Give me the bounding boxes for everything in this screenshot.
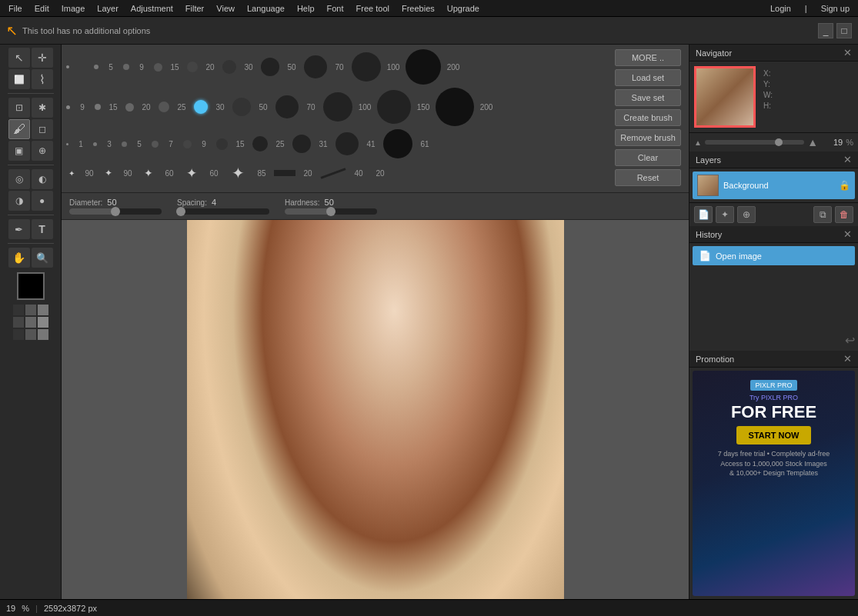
- move-tool[interactable]: ✛: [32, 48, 53, 68]
- history-close-button[interactable]: ✕: [843, 228, 852, 240]
- smudge-tool[interactable]: ◐: [32, 169, 53, 189]
- burn-tool[interactable]: ●: [32, 191, 53, 211]
- diameter-slider[interactable]: [69, 208, 162, 215]
- brush-dot[interactable]: [252, 136, 268, 152]
- eraser-tool[interactable]: ◻: [32, 119, 53, 139]
- color-swatch[interactable]: [25, 305, 36, 315]
- brush-dot[interactable]: [275, 95, 299, 118]
- menu-font[interactable]: Font: [322, 2, 349, 15]
- menu-image[interactable]: Image: [56, 2, 91, 15]
- crop-tool[interactable]: ⊡: [8, 98, 30, 118]
- star-brush-dot[interactable]: ✦: [140, 165, 157, 181]
- star-brush-dot[interactable]: ✦: [102, 166, 115, 180]
- brush-dot[interactable]: [152, 141, 159, 148]
- brush-dot[interactable]: [336, 132, 359, 155]
- spacing-slider[interactable]: [177, 208, 269, 215]
- brush-dot[interactable]: [94, 65, 98, 69]
- clone-tool[interactable]: ⊕: [32, 141, 53, 161]
- color-swatch[interactable]: [13, 317, 24, 328]
- brush-dot[interactable]: [123, 64, 129, 70]
- arrow-tool[interactable]: ↖: [8, 48, 30, 68]
- pen-tool[interactable]: ✒: [8, 219, 30, 239]
- brush-dot[interactable]: [436, 88, 474, 126]
- menu-filter[interactable]: Filter: [180, 2, 209, 15]
- menu-adjustment[interactable]: Adjustment: [125, 2, 179, 15]
- color-swatch[interactable]: [38, 305, 48, 315]
- add-adjustment-layer-button[interactable]: ✦: [716, 206, 734, 223]
- maximize-button[interactable]: □: [836, 23, 852, 38]
- color-swatch[interactable]: [38, 317, 48, 328]
- menu-edit[interactable]: Edit: [29, 2, 55, 15]
- login-button[interactable]: Login: [765, 2, 796, 15]
- text-tool[interactable]: T: [32, 219, 53, 239]
- color-swatch[interactable]: [25, 329, 36, 340]
- brush-dot[interactable]: [66, 143, 68, 145]
- star-brush-dot[interactable]: ✦: [226, 161, 249, 185]
- create-brush-button[interactable]: Create brush: [615, 109, 681, 126]
- remove-brush-button[interactable]: Remove brush: [615, 129, 681, 146]
- menu-upgrade[interactable]: Upgrade: [442, 2, 485, 15]
- line-brush-dot[interactable]: [321, 168, 346, 178]
- rect-select-tool[interactable]: ⬜: [8, 69, 30, 89]
- duplicate-layer-button[interactable]: ⧉: [813, 206, 832, 223]
- brush-dot[interactable]: [95, 104, 101, 110]
- load-set-button[interactable]: Load set: [615, 69, 681, 86]
- promotion-close-button[interactable]: ✕: [843, 353, 852, 365]
- star-brush-dot[interactable]: ✦: [66, 168, 77, 178]
- brush-tool[interactable]: 🖌: [8, 119, 30, 139]
- menu-file[interactable]: File: [3, 2, 28, 15]
- hand-tool[interactable]: ✋: [8, 248, 30, 268]
- star-brush-dot[interactable]: ✦: [182, 163, 202, 183]
- minimize-button[interactable]: _: [818, 23, 833, 38]
- delete-layer-button[interactable]: 🗑: [835, 206, 853, 223]
- promo-cta-button[interactable]: START NOW: [736, 426, 812, 445]
- brush-dot[interactable]: [187, 62, 198, 72]
- brush-dot[interactable]: [159, 102, 169, 112]
- paint-bucket-tool[interactable]: ▣: [8, 141, 30, 161]
- brush-dot[interactable]: [93, 142, 97, 146]
- brush-dot[interactable]: [216, 138, 228, 150]
- add-layer-from-file-button[interactable]: 📄: [694, 206, 713, 223]
- zoom-slider[interactable]: [705, 140, 804, 145]
- color-swatch[interactable]: [13, 329, 24, 340]
- history-item[interactable]: 📄 Open image: [693, 246, 855, 265]
- brush-dot[interactable]: [222, 60, 236, 74]
- clear-button[interactable]: Clear: [615, 149, 681, 166]
- layers-close-button[interactable]: ✕: [843, 154, 852, 165]
- menu-language[interactable]: Language: [242, 2, 290, 15]
- brush-dot[interactable]: [66, 105, 70, 109]
- brush-dot[interactable]: [406, 49, 441, 85]
- blur-tool[interactable]: ◎: [8, 169, 30, 189]
- add-layer-button[interactable]: ⊕: [737, 206, 756, 223]
- navigator-close-button[interactable]: ✕: [843, 47, 852, 58]
- brush-dot[interactable]: [183, 140, 192, 148]
- foreground-color[interactable]: [17, 272, 45, 300]
- menu-freebies[interactable]: Freebies: [396, 2, 440, 15]
- brush-dot[interactable]: [232, 98, 251, 116]
- brush-dot[interactable]: [154, 63, 162, 72]
- brush-dot[interactable]: [323, 92, 352, 122]
- brush-dot[interactable]: [125, 103, 134, 112]
- brush-dot[interactable]: [352, 52, 381, 82]
- menu-view[interactable]: View: [211, 2, 240, 15]
- color-swatch[interactable]: [38, 329, 48, 340]
- brush-dot[interactable]: [383, 129, 412, 158]
- zoom-tool[interactable]: 🔍: [32, 248, 53, 268]
- dodge-tool[interactable]: ◑: [8, 191, 30, 211]
- brush-dot[interactable]: [122, 142, 127, 147]
- hardness-slider[interactable]: [285, 208, 377, 215]
- menu-freetool[interactable]: Free tool: [351, 2, 395, 15]
- more-button[interactable]: MORE ..: [615, 49, 681, 66]
- layer-row[interactable]: Background 🔒: [693, 171, 855, 199]
- signup-button[interactable]: Sign up: [816, 2, 855, 15]
- color-swatch[interactable]: [13, 305, 24, 315]
- save-set-button[interactable]: Save set: [615, 89, 681, 106]
- line-brush-dot[interactable]: [274, 170, 295, 176]
- brush-dot[interactable]: [377, 90, 411, 124]
- brush-dot[interactable]: [292, 135, 311, 153]
- reset-button[interactable]: Reset: [615, 169, 681, 186]
- menu-layer[interactable]: Layer: [92, 2, 124, 15]
- brush-dot[interactable]: [261, 58, 279, 76]
- menu-help[interactable]: Help: [292, 2, 320, 15]
- heal-tool[interactable]: ✱: [32, 98, 53, 118]
